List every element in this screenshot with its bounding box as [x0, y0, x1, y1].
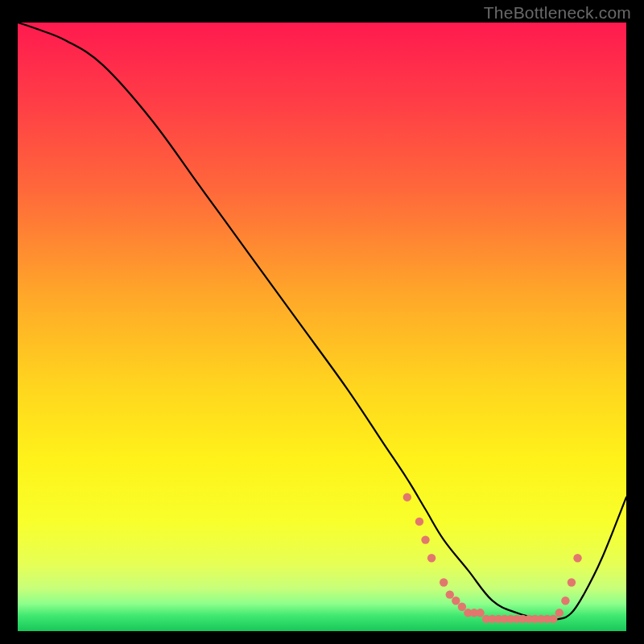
marker-dot — [403, 493, 411, 501]
marker-dot — [549, 615, 557, 623]
marker-dot — [421, 535, 429, 543]
watermark-text: TheBottleneck.com — [484, 3, 631, 23]
chart-canvas — [0, 0, 644, 644]
marker-dot — [440, 578, 448, 586]
marker-dot — [415, 518, 423, 526]
chart-root: TheBottleneck.com — [0, 0, 644, 644]
marker-dot — [555, 609, 564, 617]
marker-dot — [427, 554, 436, 562]
marker-dot — [476, 609, 484, 617]
marker-dot — [568, 578, 576, 586]
marker-dot — [561, 597, 569, 605]
plot-background — [18, 23, 626, 631]
marker-dot — [452, 597, 460, 605]
marker-dot — [458, 603, 466, 611]
marker-dot — [573, 554, 581, 562]
marker-dot — [446, 590, 454, 598]
